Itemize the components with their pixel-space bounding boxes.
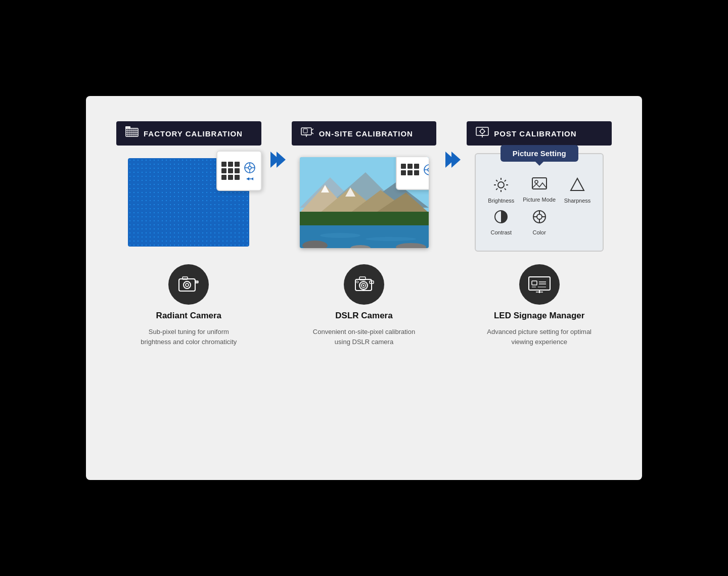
contrast-label: Contrast [491,229,512,235]
mountain-display [300,157,429,248]
dslr-camera-icon-circle [344,264,384,305]
onsite-cal-card [396,157,429,190]
post-header-text: POST CALIBRATION [494,129,576,138]
onsite-grid-icon [401,164,419,175]
svg-rect-18 [179,279,195,291]
radiant-camera-icon-circle [168,264,209,305]
color-icon [531,209,548,227]
display-settings-icon [476,126,489,140]
chevron-double-2 [445,152,458,168]
factory-cal-card [216,151,262,191]
main-card: ⌂ FACTORY CALIBRATION [86,96,642,480]
svg-point-42 [320,233,360,238]
settings-grid: Brightness Picture Mode [476,159,603,243]
onsite-header-text: ON-SITE CALIBRATION [319,129,413,138]
svg-point-56 [363,285,365,286]
dslr-camera-svg [352,275,376,294]
svg-point-43 [366,237,416,241]
post-header: POST CALIBRATION [467,121,612,146]
svg-line-76 [505,180,506,181]
grid-icon [221,162,240,180]
post-tool-name: LED Signage Manager [494,311,584,321]
svg-point-59 [356,281,358,283]
factory-icon: ⌂ [125,126,139,140]
svg-point-12 [248,166,251,169]
onsite-header: ON-SITE CALIBRATION [292,121,437,146]
svg-line-75 [505,188,506,190]
svg-point-83 [537,214,542,219]
onsite-visual [292,156,437,249]
svg-point-19 [184,281,191,289]
monitor-camera-icon [301,126,314,140]
factory-tool-name: Radiant Camera [156,311,221,321]
onsite-tool-name: DSLR Camera [335,311,392,321]
svg-marker-80 [571,178,584,190]
svg-line-74 [496,180,498,181]
led-display [128,158,249,247]
onsite-tool-desc: Convenient on-site-pixel calibration usi… [308,327,420,347]
svg-rect-21 [183,277,188,279]
contrast-icon [493,209,509,227]
factory-visual [116,156,261,249]
sharpness-icon [569,177,585,196]
brightness-label: Brightness [488,198,514,204]
led-signage-svg [528,275,551,294]
factory-header-text: FACTORY CALIBRATION [144,129,243,138]
svg-point-64 [480,129,484,133]
color-label: Color [533,229,546,235]
onsite-bottom: DSLR Camera Convenient on-site-pixel cal… [308,264,420,347]
factory-tool-desc: Sub-pixel tuning for uniform brightness … [133,327,244,347]
setting-contrast: Contrast [483,209,519,235]
led-signage-icon-circle [519,264,560,305]
post-bottom: LED Signage Manager Advanced picture set… [484,264,595,347]
factory-header: ⌂ FACTORY CALIBRATION [116,121,261,146]
setting-brightness: Brightness [483,177,519,204]
step-onsite: ON-SITE CALIBRATION [292,121,437,347]
picture-settings-frame: Picture Setting [475,153,604,252]
brightness-icon [493,177,509,196]
post-tool-desc: Advanced picture setting for optimal vie… [484,327,595,347]
step-post: POST CALIBRATION Picture Setting [467,121,612,347]
svg-point-20 [186,283,189,286]
picture-mode-label: Picture Mode [523,197,556,203]
crosshair-icon [243,161,257,175]
picture-mode-icon [531,177,548,195]
sharpness-label: Sharpness [564,198,591,204]
step-factory: ⌂ FACTORY CALIBRATION [116,121,261,347]
chevron-double-1 [270,152,283,168]
svg-rect-92 [532,281,537,285]
svg-rect-40 [300,212,429,227]
flow-container: ⌂ FACTORY CALIBRATION [116,121,612,347]
arrow-1 [261,121,292,168]
crosshair-icon-2 [422,163,429,177]
post-visual: Picture Setting [467,156,612,249]
svg-rect-25 [303,129,307,133]
setting-sharpness: Sharpness [560,177,595,204]
factory-bottom: Radiant Camera Sub-pixel tuning for unif… [133,264,244,347]
arrow-2 [436,121,467,168]
picture-setting-badge: Picture Setting [500,145,578,162]
setting-color: Color [522,209,557,235]
svg-line-77 [496,188,498,190]
arrows-icon [245,176,254,181]
setting-picture-mode: Picture Mode [522,177,557,204]
svg-point-69 [498,182,504,188]
radiant-camera-svg [177,275,200,294]
svg-point-48 [428,168,429,171]
svg-point-79 [535,180,538,183]
